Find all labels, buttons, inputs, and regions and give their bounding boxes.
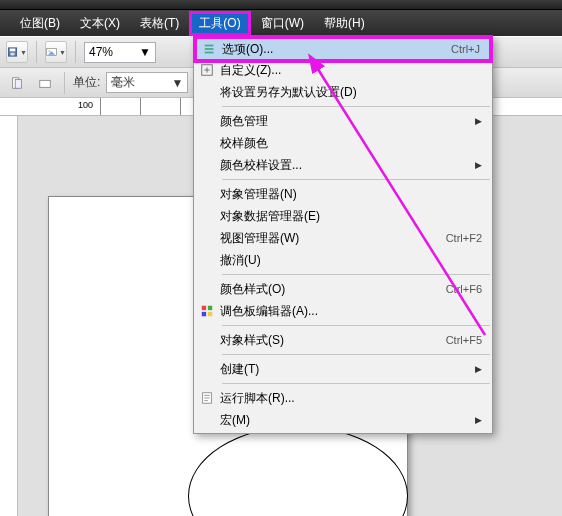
unit-value: 毫米	[111, 74, 135, 91]
menu-item[interactable]: 创建(T)▶	[194, 358, 492, 380]
submenu-arrow-icon: ▶	[475, 116, 482, 126]
menu-item-hotkey: Ctrl+F2	[434, 232, 482, 244]
zoom-combo[interactable]: 47% ▼	[84, 42, 156, 63]
caret-icon: ▼	[59, 49, 66, 56]
svg-rect-8	[40, 80, 51, 87]
save-icon	[7, 45, 18, 59]
menu-item-hotkey: Ctrl+F6	[434, 283, 482, 295]
menu-item[interactable]: 调色板编辑器(A)...	[194, 300, 492, 322]
caret-icon: ▼	[139, 45, 151, 59]
separator	[75, 41, 76, 63]
svg-rect-16	[208, 312, 212, 316]
svg-rect-15	[202, 312, 206, 316]
save-dropdown-button[interactable]: ▼	[6, 41, 28, 63]
options-icon	[197, 42, 222, 56]
svg-point-4	[48, 50, 50, 52]
menu-item-label: 调色板编辑器(A)...	[220, 303, 482, 320]
menu-tools[interactable]: 工具(O)	[189, 11, 250, 36]
menu-item[interactable]: 视图管理器(W)Ctrl+F2	[194, 227, 492, 249]
menu-item-label: 颜色校样设置...	[220, 157, 475, 174]
zoom-value: 47%	[89, 45, 113, 59]
palette-icon	[194, 304, 220, 318]
svg-rect-9	[204, 45, 213, 47]
menu-item[interactable]: 将设置另存为默认设置(D)	[194, 81, 492, 103]
titlebar	[0, 0, 562, 10]
menu-bitmap[interactable]: 位图(B)	[10, 11, 70, 36]
menu-item[interactable]: 颜色样式(O)Ctrl+F6	[194, 278, 492, 300]
orientation-icon	[38, 76, 52, 90]
menu-item-label: 运行脚本(R)...	[220, 390, 482, 407]
menu-item-label: 视图管理器(W)	[220, 230, 434, 247]
menu-item-label: 自定义(Z)...	[220, 62, 482, 79]
menu-item[interactable]: 颜色管理▶	[194, 110, 492, 132]
image-button[interactable]: ▼	[45, 41, 67, 63]
menu-item[interactable]: 对象样式(S)Ctrl+F5	[194, 329, 492, 351]
menu-item[interactable]: 运行脚本(R)...	[194, 387, 492, 409]
separator	[36, 41, 37, 63]
caret-icon: ▼	[171, 76, 183, 90]
menu-text[interactable]: 文本(X)	[70, 11, 130, 36]
unit-label: 单位:	[73, 74, 100, 91]
submenu-arrow-icon: ▶	[475, 415, 482, 425]
menu-item[interactable]: 选项(O)...Ctrl+J	[196, 38, 490, 60]
caret-icon: ▼	[20, 49, 27, 56]
menu-separator	[222, 179, 490, 180]
menu-item[interactable]: 对象数据管理器(E)	[194, 205, 492, 227]
customize-icon	[194, 63, 220, 77]
svg-rect-14	[208, 306, 212, 310]
menu-item[interactable]: 宏(M)▶	[194, 409, 492, 431]
menu-item-label: 撤消(U)	[220, 252, 482, 269]
separator	[64, 72, 65, 94]
menu-item-hotkey: Ctrl+J	[439, 43, 480, 55]
menu-item-label: 颜色管理	[220, 113, 475, 130]
menubar: 位图(B) 文本(X) 表格(T) 工具(O) 窗口(W) 帮助(H)	[0, 10, 562, 36]
submenu-arrow-icon: ▶	[475, 364, 482, 374]
menu-separator	[222, 354, 490, 355]
menu-item[interactable]: 颜色校样设置...▶	[194, 154, 492, 176]
svg-rect-2	[10, 53, 14, 56]
menu-separator	[222, 383, 490, 384]
menu-item-label: 对象数据管理器(E)	[220, 208, 482, 225]
menu-separator	[222, 325, 490, 326]
unit-combo[interactable]: 毫米 ▼	[106, 72, 188, 93]
menu-item-hotkey: Ctrl+F5	[434, 334, 482, 346]
image-icon	[46, 45, 57, 59]
menu-item[interactable]: 撤消(U)	[194, 249, 492, 271]
menu-separator	[222, 106, 490, 107]
menu-item-label: 创建(T)	[220, 361, 475, 378]
menu-window[interactable]: 窗口(W)	[251, 11, 314, 36]
tools-menu-dropdown: 选项(O)...Ctrl+J自定义(Z)...将设置另存为默认设置(D)颜色管理…	[193, 36, 493, 434]
svg-rect-10	[204, 48, 213, 50]
svg-rect-7	[15, 79, 21, 88]
page-layout-button[interactable]	[6, 72, 28, 94]
menu-item[interactable]: 对象管理器(N)	[194, 183, 492, 205]
ruler-mark: 100	[78, 100, 93, 110]
ruler-vertical	[0, 116, 18, 516]
menu-help[interactable]: 帮助(H)	[314, 11, 375, 36]
menu-item-label: 选项(O)...	[222, 41, 439, 58]
svg-rect-13	[202, 306, 206, 310]
menu-table[interactable]: 表格(T)	[130, 11, 189, 36]
svg-rect-11	[204, 52, 213, 54]
svg-rect-1	[10, 49, 16, 52]
menu-item-label: 宏(M)	[220, 412, 475, 429]
menu-item-label: 对象管理器(N)	[220, 186, 482, 203]
submenu-arrow-icon: ▶	[475, 160, 482, 170]
page-icon	[10, 76, 24, 90]
menu-item-label: 对象样式(S)	[220, 332, 434, 349]
menu-separator	[222, 274, 490, 275]
menu-item-label: 校样颜色	[220, 135, 482, 152]
orientation-button[interactable]	[34, 72, 56, 94]
menu-item-label: 将设置另存为默认设置(D)	[220, 84, 482, 101]
menu-item-label: 颜色样式(O)	[220, 281, 434, 298]
menu-item[interactable]: 自定义(Z)...	[194, 59, 492, 81]
script-icon	[194, 391, 220, 405]
menu-item[interactable]: 校样颜色	[194, 132, 492, 154]
